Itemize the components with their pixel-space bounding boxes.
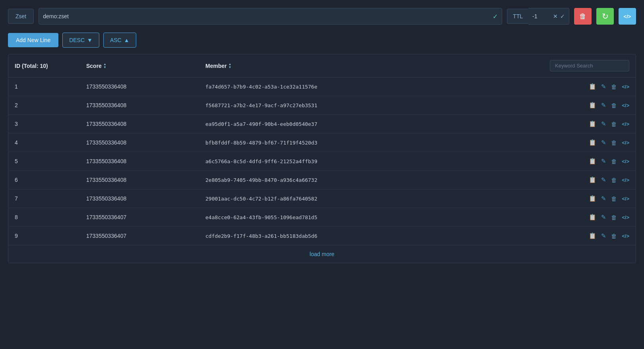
cell-score: 1733550336408 [86,102,205,108]
copy-icon[interactable]: 📋 [589,83,596,90]
edit-icon[interactable]: ✎ [601,120,606,127]
cell-score: 1733550336407 [86,214,205,220]
code-row-icon[interactable]: </> [622,196,629,202]
cell-score: 1733550336407 [86,233,205,239]
edit-icon[interactable]: ✎ [601,83,606,90]
copy-icon[interactable]: 📋 [589,102,596,109]
delete-row-icon[interactable]: 🗑 [611,214,617,221]
copy-icon[interactable]: 📋 [589,232,596,239]
cell-score: 1733550336408 [86,195,205,202]
copy-icon[interactable]: 📋 [589,139,596,146]
ttl-value-input[interactable] [532,13,552,19]
delete-row-icon[interactable]: 🗑 [611,121,617,127]
code-row-icon[interactable]: </> [622,102,629,108]
key-name-input-wrap: ✓ [39,8,502,25]
col-header-id: ID (Total: 10) [15,63,86,69]
cell-member: 2e805ab9-7405-49bb-8470-a936c4a66732 [205,177,589,183]
row-actions: 📋 ✎ 🗑 </> [589,195,629,202]
delete-row-icon[interactable]: 🗑 [611,139,617,146]
code-button[interactable]: </> [619,8,636,25]
ttl-confirm-icon[interactable]: ✓ [560,13,565,19]
keyword-search-wrap [550,60,629,71]
cell-id: 4 [15,139,86,146]
delete-key-button[interactable]: 🗑 [574,8,592,25]
edit-icon[interactable]: ✎ [601,232,606,239]
refresh-button[interactable]: ↻ [596,8,614,25]
code-row-icon[interactable]: </> [622,214,629,220]
table-row: 4 1733550336408 bfb8fddf-8b59-4879-bf67-… [8,133,636,152]
table-row: 8 1733550336407 e4a8cce0-62a4-43fb-9055-… [8,208,636,227]
row-actions: 📋 ✎ 🗑 </> [589,232,629,239]
key-type-badge: Zset [8,9,34,24]
row-actions: 📋 ✎ 🗑 </> [589,139,629,146]
code-row-icon[interactable]: </> [622,158,629,164]
copy-icon[interactable]: 📋 [589,195,596,202]
data-table: ID (Total: 10) Score ▲ ▼ Member ▲ ▼ 1 17… [8,54,636,263]
table-row: 1 1733550336408 fa74d657-b7b9-4c02-a53a-… [8,77,636,96]
table-row: 5 1733550336408 a6c5766a-8c5d-4dfd-9ff6-… [8,152,636,171]
cell-member: e4a8cce0-62a4-43fb-9055-1096ead781d5 [205,214,589,220]
cell-id: 3 [15,121,86,127]
edit-icon[interactable]: ✎ [601,139,606,146]
edit-icon[interactable]: ✎ [601,176,606,183]
code-row-icon[interactable]: </> [622,84,629,90]
code-row-icon[interactable]: </> [622,140,629,146]
cell-id: 2 [15,102,86,108]
code-row-icon[interactable]: </> [622,177,629,183]
table-row: 3 1733550336408 ea95d0f1-a5a7-490f-90b4-… [8,115,636,133]
delete-row-icon[interactable]: 🗑 [611,83,617,90]
top-bar: Zset ✓ TTL ✕ ✓ 🗑 ↻ </> [8,8,636,25]
code-row-icon[interactable]: </> [622,233,629,239]
ttl-label: TTL [507,9,528,24]
table-row: 9 1733550336407 cdfde2b9-f17f-48b3-a261-… [8,227,636,245]
delete-row-icon[interactable]: 🗑 [611,177,617,183]
cell-score: 1733550336408 [86,177,205,183]
delete-row-icon[interactable]: 🗑 [611,158,617,165]
load-more-button[interactable]: load more [309,251,334,257]
cell-member: bfb8fddf-8b59-4879-bf67-71f19f4520d3 [205,140,589,146]
cell-member: ea95d0f1-a5a7-490f-90b4-eeb0d0540e37 [205,121,589,127]
cell-member: fa74d657-b7b9-4c02-a53a-1ce32a11576e [205,84,589,90]
member-sort-arrows[interactable]: ▲ ▼ [228,63,232,69]
delete-row-icon[interactable]: 🗑 [611,195,617,202]
code-row-icon[interactable]: </> [622,121,629,127]
edit-icon[interactable]: ✎ [601,158,606,165]
cell-score: 1733550336408 [86,158,205,164]
row-actions: 📋 ✎ 🗑 </> [589,176,629,183]
add-new-line-button[interactable]: Add New Line [8,33,58,47]
key-name-confirm-icon[interactable]: ✓ [493,13,498,20]
cell-score: 1733550336408 [86,121,205,127]
delete-row-icon[interactable]: 🗑 [611,233,617,239]
edit-icon[interactable]: ✎ [601,102,606,109]
ttl-clear-icon[interactable]: ✕ [553,13,558,19]
cell-id: 6 [15,177,86,183]
desc-sort-button[interactable]: DESC ▼ [62,33,99,48]
asc-sort-button[interactable]: ASC ▲ [103,33,136,48]
cell-id: 9 [15,233,86,239]
col-header-score: Score ▲ ▼ [86,63,205,69]
keyword-search-input[interactable] [550,60,629,71]
copy-icon[interactable]: 📋 [589,214,596,221]
row-actions: 📋 ✎ 🗑 </> [589,120,629,127]
copy-icon[interactable]: 📋 [589,176,596,183]
copy-icon[interactable]: 📋 [589,158,596,165]
cell-member: 29001aac-dc50-4c72-b12f-a86fa7640582 [205,196,589,202]
cell-score: 1733550336408 [86,83,205,90]
edit-icon[interactable]: ✎ [601,214,606,221]
col-header-member: Member ▲ ▼ [205,63,550,69]
row-actions: 📋 ✎ 🗑 </> [589,102,629,109]
cell-id: 8 [15,214,86,220]
cell-id: 7 [15,195,86,202]
ttl-actions: ✕ ✓ [553,13,565,19]
cell-member: f5687721-a7b2-4e17-9acf-a97c27eb3531 [205,102,589,108]
score-sort-arrows[interactable]: ▲ ▼ [103,63,106,69]
cell-member: a6c5766a-8c5d-4dfd-9ff6-21252a4ffb39 [205,158,589,164]
cell-id: 1 [15,83,86,90]
key-name-input[interactable] [43,13,490,19]
cell-id: 5 [15,158,86,164]
copy-icon[interactable]: 📋 [589,120,596,127]
table-row: 6 1733550336408 2e805ab9-7405-49bb-8470-… [8,171,636,189]
cell-score: 1733550336408 [86,139,205,146]
edit-icon[interactable]: ✎ [601,195,606,202]
delete-row-icon[interactable]: 🗑 [611,102,617,109]
